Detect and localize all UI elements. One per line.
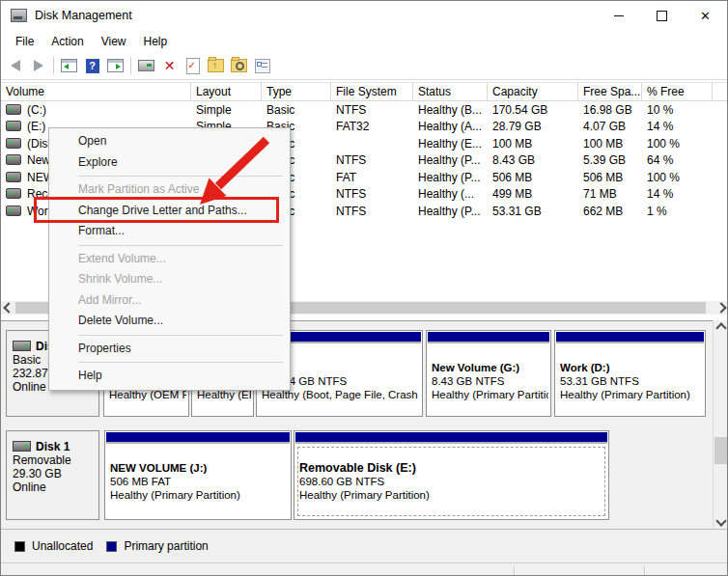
column-header-capacity[interactable]: Capacity: [488, 83, 578, 100]
cell-pct-free: 100 %: [642, 171, 713, 184]
vertical-scrollbar-thumb[interactable]: [714, 437, 728, 464]
window-title: Disk Management: [35, 9, 132, 22]
action-pane-icon[interactable]: [107, 58, 124, 73]
menu-item-explore[interactable]: Explore: [49, 152, 290, 174]
partition-health: Healthy (Primary Partition): [560, 388, 703, 401]
minimize-icon: [614, 15, 624, 16]
cell-pct-free: 14 %: [642, 120, 713, 133]
disk-name: Disk 1: [36, 440, 70, 453]
menu-item-help[interactable]: Help: [49, 366, 290, 387]
cell-status: Healthy (P...: [413, 171, 488, 184]
scroll-left-button[interactable]: [1, 301, 15, 315]
chevron-right-icon: [715, 302, 726, 313]
partition-size: 53.31 GB NTFS: [560, 374, 703, 388]
primary-partition-swatch: [106, 541, 117, 552]
disk-size: 29.30 GB: [13, 467, 98, 480]
maximize-button[interactable]: [640, 1, 684, 30]
cell-capacity: 100 MB: [488, 137, 578, 151]
close-button[interactable]: ✕: [684, 1, 727, 30]
cell-status: Healthy (B...: [413, 103, 488, 117]
disk-icon: [13, 441, 31, 452]
volume-icon: [6, 138, 21, 149]
help-icon[interactable]: ?: [84, 58, 100, 73]
disk1-partition-j[interactable]: NEW VOLUME (J:)506 MB FATHealthy (Primar…: [104, 430, 292, 520]
column-header-status[interactable]: Status: [413, 83, 488, 100]
cell-free: 16.98 GB: [578, 103, 642, 117]
partition-health: Healthy (Primary Partition): [110, 488, 289, 502]
disk0-partition-g[interactable]: New Volume (G:)8.43 GB NTFSHealthy (Prim…: [426, 330, 551, 417]
remote-computer-icon[interactable]: [138, 58, 154, 73]
folder-search-icon[interactable]: [231, 58, 247, 73]
primary-partition-strip: [556, 332, 704, 343]
properties-list-icon[interactable]: [254, 58, 270, 73]
volume-icon: [6, 104, 21, 115]
vertical-scrollbar[interactable]: [713, 320, 728, 529]
menu-item-open[interactable]: Open: [49, 131, 290, 152]
forward-icon[interactable]: [30, 58, 46, 73]
chevron-left-icon: [3, 302, 14, 313]
menu-item-shrink-volume: Shrink Volume...: [49, 269, 290, 290]
menu-separator: [78, 245, 283, 246]
volume-icon: [6, 121, 21, 131]
column-header-layout[interactable]: Layout: [191, 83, 262, 100]
disk1-partition-e-selected[interactable]: Removable Disk (E:)698.60 GB NTFSHealthy…: [294, 430, 609, 520]
disk0-partition-d[interactable]: Work (D:)53.31 GB NTFSHealthy (Primary P…: [554, 330, 706, 417]
back-icon[interactable]: [7, 58, 23, 73]
cell-fs: NTFS: [331, 187, 413, 201]
console-tree-icon[interactable]: [61, 58, 77, 73]
cell-free: 4.07 GB: [578, 120, 642, 133]
disk-management-window: Disk Management ✕ File Action View Help …: [0, 0, 728, 576]
column-header-volume[interactable]: Volume: [1, 83, 191, 100]
disk-type: Removable: [13, 453, 98, 467]
scroll-right-button[interactable]: [714, 301, 728, 315]
primary-partition-strip: [106, 432, 290, 444]
volume-icon: [6, 188, 21, 199]
minimize-button[interactable]: [597, 1, 640, 30]
highlight-rectangle: [34, 197, 279, 223]
disk1-label-panel[interactable]: Disk 1 Removable 29.30 GB Online: [6, 430, 99, 520]
cell-free: 100 MB: [578, 137, 642, 151]
cell-status: Healthy (A...: [413, 120, 488, 133]
folder-up-icon[interactable]: ↑: [208, 58, 224, 73]
menu-separator: [78, 362, 283, 363]
delete-icon[interactable]: ✕: [161, 58, 178, 73]
cell-status: Healthy (...: [413, 187, 488, 201]
title-bar[interactable]: Disk Management ✕: [1, 1, 727, 30]
menu-help[interactable]: Help: [135, 32, 177, 51]
cell-capacity: 499 MB: [488, 187, 578, 201]
column-header-file-system[interactable]: File System: [331, 83, 413, 100]
disk-management-icon: [11, 9, 27, 22]
scroll-down-button[interactable]: [714, 513, 728, 528]
cell-capacity: 506 MB: [488, 171, 578, 184]
cell-type: Basic: [262, 103, 331, 117]
cell-capacity: 170.54 GB: [488, 103, 578, 117]
cell-status: Healthy (E...: [413, 137, 488, 151]
validate-icon[interactable]: [184, 58, 201, 73]
column-header-type[interactable]: Type: [262, 83, 331, 100]
column-header-pct-free[interactable]: % Free: [642, 83, 713, 100]
volume-icon: [6, 172, 21, 182]
cell-status: Healthy (P...: [413, 205, 488, 218]
menu-item-delete-volume[interactable]: Delete Volume...: [49, 311, 290, 332]
volume-table-header: Volume Layout Type File System Status Ca…: [1, 82, 727, 101]
partition-label: New Volume (G:): [432, 361, 548, 374]
partition-size: 506 MB FAT: [110, 475, 289, 488]
partition-health: Healthy (Primary Partition): [432, 388, 548, 401]
scroll-up-button[interactable]: [714, 320, 728, 335]
menu-separator: [78, 176, 283, 177]
toolbar: ? ✕ ↑: [1, 52, 727, 80]
partition-health: Healthy (Primary Partition): [299, 488, 606, 502]
menu-item-properties[interactable]: Properties: [49, 339, 290, 360]
menu-file[interactable]: File: [7, 32, 42, 51]
primary-partition-strip: [428, 332, 549, 343]
volume-icon: [6, 206, 21, 216]
cell-fs: FAT: [331, 171, 413, 184]
toolbar-separator: [53, 57, 54, 74]
menu-item-format[interactable]: Format...: [49, 221, 290, 242]
menu-view[interactable]: View: [93, 32, 135, 51]
column-header-free-space[interactable]: Free Spa...: [578, 83, 642, 100]
menu-action[interactable]: Action: [42, 32, 92, 51]
table-row[interactable]: (C:) Simple Basic NTFS Healthy (B... 170…: [1, 101, 727, 119]
legend-primary-partition-label: Primary partition: [124, 539, 208, 553]
menu-bar: File Action View Help: [1, 30, 727, 52]
